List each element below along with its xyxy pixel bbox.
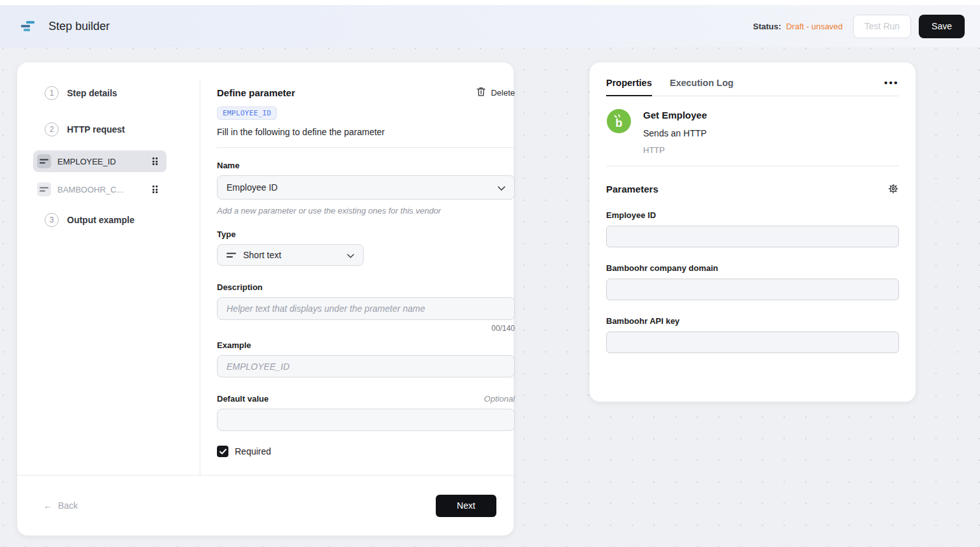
step-type: HTTP xyxy=(643,145,707,155)
save-button[interactable]: Save xyxy=(919,15,965,38)
svg-text:b: b xyxy=(616,117,623,129)
app-logo-icon xyxy=(21,21,35,32)
drag-handle-icon[interactable] xyxy=(152,157,158,165)
checkbox-checked-icon[interactable] xyxy=(217,446,228,457)
chevron-down-icon xyxy=(498,182,505,193)
chevron-down-icon xyxy=(347,250,354,260)
name-helper-text: Add a new parameter or use the existing … xyxy=(217,206,515,215)
required-label: Required xyxy=(235,446,271,456)
step-summary: b Get Employee Sends an HTTP HTTP xyxy=(606,108,899,155)
optional-hint: Optional xyxy=(484,394,515,404)
short-text-icon xyxy=(37,154,51,168)
status-badge: Draft - unsaved xyxy=(786,22,843,31)
required-checkbox-row[interactable]: Required xyxy=(217,446,515,457)
form-title: Define parameter xyxy=(217,87,295,98)
step-item-label: Step details xyxy=(67,88,117,98)
tab-properties[interactable]: Properties xyxy=(606,78,652,96)
employee-id-label: Employee ID xyxy=(606,210,899,220)
name-select[interactable]: Employee ID xyxy=(217,175,515,200)
step-number-circle: 3 xyxy=(45,213,59,227)
trash-icon xyxy=(477,87,486,98)
test-run-button[interactable]: Test Run xyxy=(853,15,911,38)
vertical-divider xyxy=(200,79,200,475)
clipped-top-row xyxy=(0,0,980,5)
step-item-http-request[interactable]: 2 HTTP request xyxy=(17,122,200,137)
employee-id-input[interactable] xyxy=(606,226,899,247)
properties-card: Properties Execution Log ••• b Get Emplo… xyxy=(590,62,916,402)
bamboohr-api-key-label: Bamboohr API key xyxy=(606,316,899,326)
divider xyxy=(217,147,515,148)
type-select[interactable]: Short text xyxy=(217,244,364,266)
step-title: Get Employee xyxy=(643,110,707,120)
step-item-step-details[interactable]: 1 Step details xyxy=(17,85,200,101)
type-select-value: Short text xyxy=(243,250,281,260)
form-subtitle: Fill in the following to define the para… xyxy=(217,127,515,137)
char-counter: 00/140 xyxy=(217,324,515,333)
back-label: Back xyxy=(58,500,78,511)
status-text: Status: Draft - unsaved xyxy=(753,22,843,31)
delete-button[interactable]: Delete xyxy=(477,87,515,98)
form-footer: ← Back Next xyxy=(17,475,514,536)
tab-execution-log[interactable]: Execution Log xyxy=(670,78,734,95)
example-input[interactable] xyxy=(217,355,515,377)
parameter-item-employee-id[interactable]: EMPLOYEE_ID xyxy=(33,150,167,172)
parameter-item-label: EMPLOYEE_ID xyxy=(57,157,152,166)
parameter-item-label: BAMBOOHR_C... xyxy=(57,185,152,194)
bamboohr-logo-icon: b xyxy=(606,108,632,155)
type-label: Type xyxy=(217,230,515,239)
page-background: Step builder Status: Draft - unsaved Tes… xyxy=(0,0,980,547)
description-label: Description xyxy=(217,282,515,292)
step-builder-card: 1 Step details 2 HTTP request EMPLOYEE_I… xyxy=(17,62,514,536)
bamboohr-company-domain-input[interactable] xyxy=(606,279,899,300)
parameter-item-bamboohr-c[interactable]: BAMBOOHR_C... xyxy=(33,180,167,199)
arrow-left-icon: ← xyxy=(43,500,52,511)
short-text-icon xyxy=(37,182,51,196)
parameters-title: Parameters xyxy=(606,184,658,194)
parameter-key-badge: EMPLOYEE_ID xyxy=(217,106,277,120)
properties-tabs: Properties Execution Log ••• xyxy=(606,78,899,96)
back-button[interactable]: ← Back xyxy=(43,500,78,511)
default-value-label: Default value xyxy=(217,394,269,404)
description-input[interactable] xyxy=(217,297,515,320)
page-title: Step builder xyxy=(48,20,110,33)
step-number-circle: 2 xyxy=(45,122,59,136)
short-text-icon xyxy=(226,250,236,260)
step-subtitle: Sends an HTTP xyxy=(643,128,707,138)
step-number-circle: 1 xyxy=(45,86,59,100)
step-item-label: Output example xyxy=(67,215,135,225)
default-value-input[interactable] xyxy=(217,409,515,431)
more-options-icon[interactable]: ••• xyxy=(884,78,899,87)
divider xyxy=(606,166,899,166)
drag-handle-icon[interactable] xyxy=(152,186,158,193)
next-button[interactable]: Next xyxy=(436,495,496,517)
name-label: Name xyxy=(217,161,515,170)
app-header: Step builder Status: Draft - unsaved Tes… xyxy=(0,5,980,47)
define-parameter-form: Define parameter Delete EMPLOYEE_ID Fill… xyxy=(217,62,515,457)
step-item-label: HTTP request xyxy=(67,124,125,135)
bamboohr-api-key-input[interactable] xyxy=(606,332,899,353)
bamboohr-company-domain-label: Bamboohr company domain xyxy=(606,263,899,273)
example-label: Example xyxy=(217,340,515,350)
status-label: Status: xyxy=(753,22,781,31)
steps-nav: 1 Step details 2 HTTP request EMPLOYEE_I… xyxy=(17,85,200,228)
delete-label: Delete xyxy=(491,88,515,98)
name-select-value: Employee ID xyxy=(226,182,278,193)
gear-icon[interactable] xyxy=(887,183,899,194)
header-actions: Status: Draft - unsaved Test Run Save xyxy=(753,15,965,38)
step-item-output-example[interactable]: 3 Output example xyxy=(17,212,200,228)
